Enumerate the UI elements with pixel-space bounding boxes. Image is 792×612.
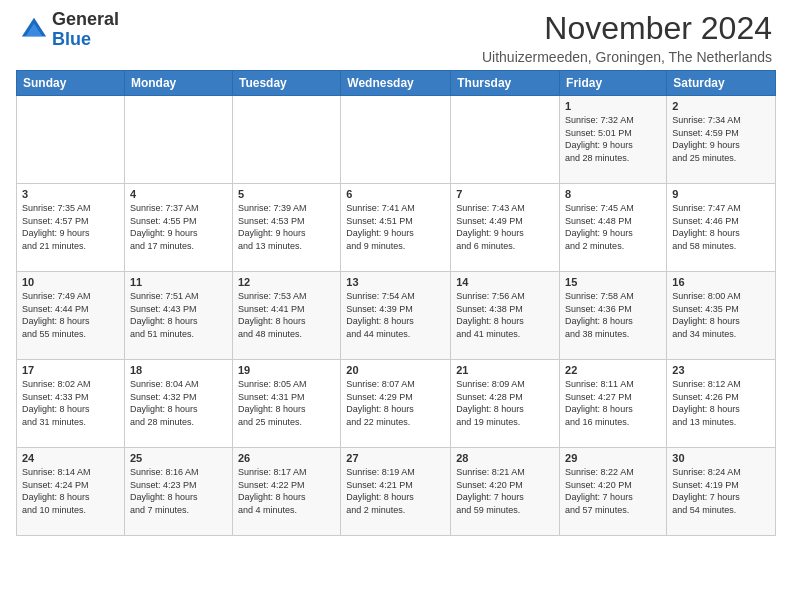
day-info-1-6: Sunrise: 7:47 AMSunset: 4:46 PMDaylight:…	[672, 202, 770, 252]
day-num-3-2: 19	[238, 363, 335, 377]
day-info-2-0: Sunrise: 7:49 AMSunset: 4:44 PMDaylight:…	[22, 290, 119, 340]
day-num-1-3: 6	[346, 187, 445, 201]
title-section: November 2024 Uithuizermeeden, Groningen…	[482, 10, 772, 65]
calendar-header: Sunday Monday Tuesday Wednesday Thursday…	[17, 71, 776, 96]
cell-0-5: 1Sunrise: 7:32 AMSunset: 5:01 PMDaylight…	[560, 96, 667, 184]
day-info-3-5: Sunrise: 8:11 AMSunset: 4:27 PMDaylight:…	[565, 378, 661, 428]
day-info-0-6: Sunrise: 7:34 AMSunset: 4:59 PMDaylight:…	[672, 114, 770, 164]
header-saturday: Saturday	[667, 71, 776, 96]
cell-1-2: 5Sunrise: 7:39 AMSunset: 4:53 PMDaylight…	[232, 184, 340, 272]
calendar-wrapper: Sunday Monday Tuesday Wednesday Thursday…	[0, 70, 792, 544]
week-row-4: 24Sunrise: 8:14 AMSunset: 4:24 PMDayligh…	[17, 448, 776, 536]
day-num-4-6: 30	[672, 451, 770, 465]
cell-0-3	[341, 96, 451, 184]
cell-3-6: 23Sunrise: 8:12 AMSunset: 4:26 PMDayligh…	[667, 360, 776, 448]
cell-1-1: 4Sunrise: 7:37 AMSunset: 4:55 PMDaylight…	[124, 184, 232, 272]
cell-1-4: 7Sunrise: 7:43 AMSunset: 4:49 PMDaylight…	[451, 184, 560, 272]
cell-1-3: 6Sunrise: 7:41 AMSunset: 4:51 PMDaylight…	[341, 184, 451, 272]
day-num-4-1: 25	[130, 451, 227, 465]
day-info-2-1: Sunrise: 7:51 AMSunset: 4:43 PMDaylight:…	[130, 290, 227, 340]
header-wednesday: Wednesday	[341, 71, 451, 96]
day-num-1-6: 9	[672, 187, 770, 201]
day-info-2-3: Sunrise: 7:54 AMSunset: 4:39 PMDaylight:…	[346, 290, 445, 340]
logo-blue-text: Blue	[52, 30, 119, 50]
cell-1-5: 8Sunrise: 7:45 AMSunset: 4:48 PMDaylight…	[560, 184, 667, 272]
cell-3-5: 22Sunrise: 8:11 AMSunset: 4:27 PMDayligh…	[560, 360, 667, 448]
cell-2-2: 12Sunrise: 7:53 AMSunset: 4:41 PMDayligh…	[232, 272, 340, 360]
day-num-4-5: 29	[565, 451, 661, 465]
day-num-2-5: 15	[565, 275, 661, 289]
day-num-2-1: 11	[130, 275, 227, 289]
day-info-3-0: Sunrise: 8:02 AMSunset: 4:33 PMDaylight:…	[22, 378, 119, 428]
day-num-1-2: 5	[238, 187, 335, 201]
day-num-1-4: 7	[456, 187, 554, 201]
cell-0-2	[232, 96, 340, 184]
cell-1-0: 3Sunrise: 7:35 AMSunset: 4:57 PMDaylight…	[17, 184, 125, 272]
day-info-4-0: Sunrise: 8:14 AMSunset: 4:24 PMDaylight:…	[22, 466, 119, 516]
cell-2-0: 10Sunrise: 7:49 AMSunset: 4:44 PMDayligh…	[17, 272, 125, 360]
header-thursday: Thursday	[451, 71, 560, 96]
calendar-body: 1Sunrise: 7:32 AMSunset: 5:01 PMDaylight…	[17, 96, 776, 536]
cell-2-6: 16Sunrise: 8:00 AMSunset: 4:35 PMDayligh…	[667, 272, 776, 360]
cell-4-5: 29Sunrise: 8:22 AMSunset: 4:20 PMDayligh…	[560, 448, 667, 536]
day-num-3-0: 17	[22, 363, 119, 377]
day-info-4-2: Sunrise: 8:17 AMSunset: 4:22 PMDaylight:…	[238, 466, 335, 516]
day-info-3-1: Sunrise: 8:04 AMSunset: 4:32 PMDaylight:…	[130, 378, 227, 428]
logo-general-text: General	[52, 10, 119, 30]
day-num-2-4: 14	[456, 275, 554, 289]
day-info-3-2: Sunrise: 8:05 AMSunset: 4:31 PMDaylight:…	[238, 378, 335, 428]
week-row-0: 1Sunrise: 7:32 AMSunset: 5:01 PMDaylight…	[17, 96, 776, 184]
cell-0-0	[17, 96, 125, 184]
day-info-3-6: Sunrise: 8:12 AMSunset: 4:26 PMDaylight:…	[672, 378, 770, 428]
day-num-4-0: 24	[22, 451, 119, 465]
day-info-4-5: Sunrise: 8:22 AMSunset: 4:20 PMDaylight:…	[565, 466, 661, 516]
day-num-2-0: 10	[22, 275, 119, 289]
day-info-1-1: Sunrise: 7:37 AMSunset: 4:55 PMDaylight:…	[130, 202, 227, 252]
header-row: Sunday Monday Tuesday Wednesday Thursday…	[17, 71, 776, 96]
cell-3-1: 18Sunrise: 8:04 AMSunset: 4:32 PMDayligh…	[124, 360, 232, 448]
cell-4-1: 25Sunrise: 8:16 AMSunset: 4:23 PMDayligh…	[124, 448, 232, 536]
cell-4-2: 26Sunrise: 8:17 AMSunset: 4:22 PMDayligh…	[232, 448, 340, 536]
day-num-3-1: 18	[130, 363, 227, 377]
cell-0-6: 2Sunrise: 7:34 AMSunset: 4:59 PMDaylight…	[667, 96, 776, 184]
day-num-2-2: 12	[238, 275, 335, 289]
week-row-2: 10Sunrise: 7:49 AMSunset: 4:44 PMDayligh…	[17, 272, 776, 360]
day-num-4-3: 27	[346, 451, 445, 465]
day-num-2-6: 16	[672, 275, 770, 289]
cell-3-0: 17Sunrise: 8:02 AMSunset: 4:33 PMDayligh…	[17, 360, 125, 448]
cell-2-5: 15Sunrise: 7:58 AMSunset: 4:36 PMDayligh…	[560, 272, 667, 360]
cell-3-2: 19Sunrise: 8:05 AMSunset: 4:31 PMDayligh…	[232, 360, 340, 448]
day-info-1-3: Sunrise: 7:41 AMSunset: 4:51 PMDaylight:…	[346, 202, 445, 252]
cell-4-6: 30Sunrise: 8:24 AMSunset: 4:19 PMDayligh…	[667, 448, 776, 536]
header-monday: Monday	[124, 71, 232, 96]
day-num-4-2: 26	[238, 451, 335, 465]
header-tuesday: Tuesday	[232, 71, 340, 96]
day-info-4-6: Sunrise: 8:24 AMSunset: 4:19 PMDaylight:…	[672, 466, 770, 516]
day-info-1-5: Sunrise: 7:45 AMSunset: 4:48 PMDaylight:…	[565, 202, 661, 252]
cell-2-4: 14Sunrise: 7:56 AMSunset: 4:38 PMDayligh…	[451, 272, 560, 360]
day-num-2-3: 13	[346, 275, 445, 289]
day-num-0-5: 1	[565, 99, 661, 113]
cell-2-1: 11Sunrise: 7:51 AMSunset: 4:43 PMDayligh…	[124, 272, 232, 360]
logo-icon	[20, 16, 48, 44]
week-row-3: 17Sunrise: 8:02 AMSunset: 4:33 PMDayligh…	[17, 360, 776, 448]
cell-4-3: 27Sunrise: 8:19 AMSunset: 4:21 PMDayligh…	[341, 448, 451, 536]
day-num-3-3: 20	[346, 363, 445, 377]
header-friday: Friday	[560, 71, 667, 96]
day-info-4-4: Sunrise: 8:21 AMSunset: 4:20 PMDaylight:…	[456, 466, 554, 516]
day-info-3-3: Sunrise: 8:07 AMSunset: 4:29 PMDaylight:…	[346, 378, 445, 428]
logo: General Blue	[20, 10, 119, 50]
day-info-0-5: Sunrise: 7:32 AMSunset: 5:01 PMDaylight:…	[565, 114, 661, 164]
day-info-4-1: Sunrise: 8:16 AMSunset: 4:23 PMDaylight:…	[130, 466, 227, 516]
day-info-1-4: Sunrise: 7:43 AMSunset: 4:49 PMDaylight:…	[456, 202, 554, 252]
day-num-3-5: 22	[565, 363, 661, 377]
cell-2-3: 13Sunrise: 7:54 AMSunset: 4:39 PMDayligh…	[341, 272, 451, 360]
day-info-2-6: Sunrise: 8:00 AMSunset: 4:35 PMDaylight:…	[672, 290, 770, 340]
week-row-1: 3Sunrise: 7:35 AMSunset: 4:57 PMDaylight…	[17, 184, 776, 272]
day-num-1-0: 3	[22, 187, 119, 201]
cell-3-4: 21Sunrise: 8:09 AMSunset: 4:28 PMDayligh…	[451, 360, 560, 448]
location: Uithuizermeeden, Groningen, The Netherla…	[482, 49, 772, 65]
day-info-2-5: Sunrise: 7:58 AMSunset: 4:36 PMDaylight:…	[565, 290, 661, 340]
month-title: November 2024	[482, 10, 772, 47]
day-num-3-4: 21	[456, 363, 554, 377]
